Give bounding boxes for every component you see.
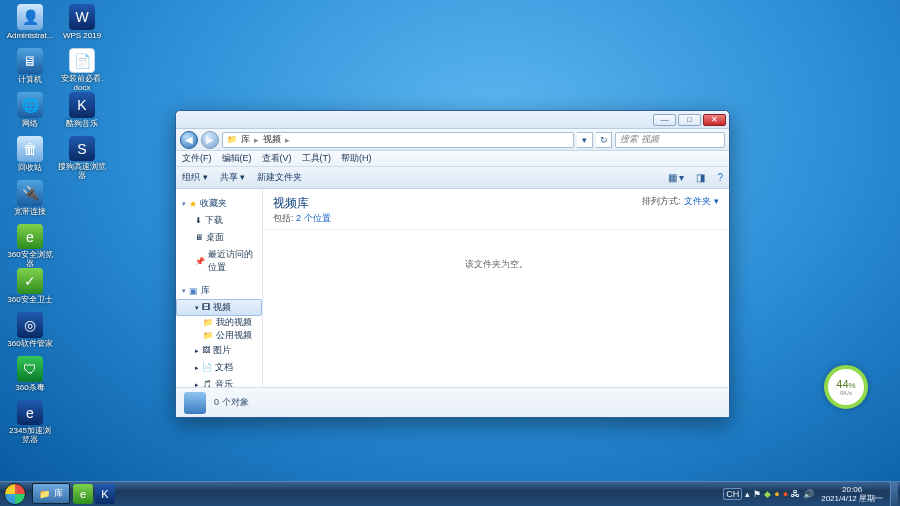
- icon-label: 计算机: [18, 75, 42, 84]
- desk-kugou[interactable]: K酷狗音乐: [56, 92, 108, 136]
- lib-videos[interactable]: ▾🎞视频: [176, 299, 262, 316]
- back-button[interactable]: ◀: [180, 131, 198, 149]
- content-pane: 视频库 包括: 2 个位置 排列方式: 文件夹 ▾ 该文件夹为空。: [263, 189, 729, 387]
- refresh-button[interactable]: ↻: [596, 132, 612, 148]
- tray-flag-icon[interactable]: ⚑: [753, 489, 761, 499]
- preview-pane-button[interactable]: ◨: [696, 172, 705, 183]
- view-mode-button[interactable]: ▦ ▾: [668, 172, 685, 183]
- icon-label: 2345加速浏 览器: [9, 426, 51, 444]
- menu-help[interactable]: 帮助(H): [341, 152, 372, 165]
- menu-view[interactable]: 查看(V): [262, 152, 292, 165]
- progress-speed: 0K/s: [840, 390, 852, 396]
- search-input[interactable]: 搜索 视频: [615, 132, 725, 148]
- app-icon: ✓: [17, 268, 43, 294]
- library-header: 视频库 包括: 2 个位置 排列方式: 文件夹 ▾: [263, 189, 729, 230]
- libraries-group[interactable]: ▾▣库: [182, 284, 262, 297]
- desk-computer[interactable]: 🖥计算机: [4, 48, 56, 92]
- taskbar: 📁库 eK CH ▴ ⚑ ◆ ● ● 🖧 🔊 20:06 2021/4/12 星…: [0, 481, 900, 506]
- desk-broadband[interactable]: 🔌宽带连接: [4, 180, 56, 224]
- desk-sogou[interactable]: S搜狗高速浏览 器: [56, 136, 108, 180]
- tray-chevron-icon[interactable]: ▴: [745, 489, 750, 499]
- tray-network-icon[interactable]: 🖧: [791, 489, 800, 499]
- progress-pct: 44: [836, 378, 848, 390]
- icon-label: 搜狗高速浏览 器: [58, 162, 106, 180]
- icon-label: 360杀毒: [15, 383, 44, 392]
- desktop: 👤Administrat...🖥计算机🌐网络🗑回收站🔌宽带连接e360安全浏览 …: [0, 0, 112, 448]
- desk-docx[interactable]: 📄安装前必看. docx: [56, 48, 108, 92]
- fav-desktop[interactable]: 🖥桌面: [176, 229, 262, 246]
- menu-edit[interactable]: 编辑(E): [222, 152, 252, 165]
- icon-label: 360安全卫士: [7, 295, 52, 304]
- app-icon: 🛡: [17, 356, 43, 382]
- icon-label: 回收站: [18, 163, 42, 172]
- tray-app-icon-1[interactable]: ●: [774, 489, 779, 499]
- desk-360av[interactable]: 🛡360杀毒: [4, 356, 56, 400]
- desk-network[interactable]: 🌐网络: [4, 92, 56, 136]
- nav-bar: ◀ ▶ 📁 库 ▸ 视频 ▸ ▾ ↻ 搜索 视频: [176, 129, 729, 151]
- address-dropdown[interactable]: ▾: [577, 132, 593, 148]
- windows-logo-icon: [4, 483, 26, 505]
- app-icon: 🗑: [17, 136, 43, 162]
- forward-button[interactable]: ▶: [201, 131, 219, 149]
- lib-pictures[interactable]: ▸🖼图片: [176, 342, 262, 359]
- fav-downloads[interactable]: ⬇下载: [176, 212, 262, 229]
- app-icon: K: [69, 92, 95, 118]
- lib-documents[interactable]: ▸📄文档: [176, 359, 262, 376]
- icon-label: 360安全浏览 器: [7, 250, 52, 268]
- arrange-by-link[interactable]: 文件夹 ▾: [684, 195, 719, 208]
- desk-360safe[interactable]: ✓360安全卫士: [4, 268, 56, 312]
- desk-admin[interactable]: 👤Administrat...: [4, 4, 56, 48]
- folder-icon: 📁: [227, 135, 237, 144]
- help-button[interactable]: ?: [717, 172, 723, 183]
- icon-label: 安装前必看. docx: [61, 74, 103, 92]
- app-icon: W: [69, 4, 95, 30]
- desk-wps[interactable]: WWPS 2019: [56, 4, 108, 48]
- clock-date: 2021/4/12 星期一: [821, 494, 883, 503]
- menu-file[interactable]: 文件(F): [182, 152, 212, 165]
- address-bar[interactable]: 📁 库 ▸ 视频 ▸: [222, 132, 574, 148]
- minimize-button[interactable]: —: [653, 114, 676, 126]
- app-icon: S: [69, 136, 95, 161]
- start-button[interactable]: [0, 481, 30, 506]
- desk-recycle[interactable]: 🗑回收站: [4, 136, 56, 180]
- tray-lang[interactable]: CH: [723, 488, 742, 500]
- show-desktop-button[interactable]: [890, 481, 898, 506]
- lib-my-videos[interactable]: 📁我的视频: [176, 316, 262, 329]
- tray-app-icon-2[interactable]: ●: [783, 489, 788, 499]
- nav-pane: ▾★收藏夹 ⬇下载 🖥桌面 📌最近访问的位置 ▾▣库 ▾🎞视频 📁我的视频 📁公…: [176, 189, 263, 387]
- explorer-window: — □ ✕ ◀ ▶ 📁 库 ▸ 视频 ▸ ▾ ↻ 搜索 视频 文件(F) 编辑(…: [175, 110, 730, 418]
- desk-360soft[interactable]: ◎360软件管家: [4, 312, 56, 356]
- lib-public-videos[interactable]: 📁公用视频: [176, 329, 262, 342]
- window-titlebar[interactable]: — □ ✕: [176, 111, 729, 129]
- share-button[interactable]: 共享 ▾: [220, 171, 246, 184]
- maximize-button[interactable]: □: [678, 114, 701, 126]
- tray-volume-icon[interactable]: 🔊: [803, 489, 814, 499]
- clock-time: 20:06: [821, 485, 883, 494]
- empty-folder-text: 该文件夹为空。: [465, 258, 528, 271]
- close-button[interactable]: ✕: [703, 114, 726, 126]
- pin-kugou[interactable]: K: [95, 484, 115, 504]
- pin-360[interactable]: e: [73, 484, 93, 504]
- library-subtitle: 包括: 2 个位置: [273, 212, 331, 225]
- library-locations-link[interactable]: 2 个位置: [296, 213, 331, 223]
- app-icon: 🔌: [17, 180, 43, 206]
- desk-2345[interactable]: e2345加速浏 览器: [4, 400, 56, 444]
- task-explorer[interactable]: 📁库: [32, 483, 70, 504]
- tray-shield-icon[interactable]: ◆: [764, 489, 771, 499]
- lib-music[interactable]: ▸🎵音乐: [176, 376, 262, 387]
- desk-360browser[interactable]: e360安全浏览 器: [4, 224, 56, 268]
- organize-button[interactable]: 组织 ▾: [182, 171, 208, 184]
- app-icon: e: [17, 400, 43, 425]
- progress-badge[interactable]: 44% 0K/s: [824, 365, 868, 409]
- app-icon: ◎: [17, 312, 43, 338]
- menu-tools[interactable]: 工具(T): [302, 152, 332, 165]
- fav-recent[interactable]: 📌最近访问的位置: [176, 246, 262, 276]
- app-icon: 👤: [17, 4, 43, 30]
- crumb-videos[interactable]: 视频: [263, 133, 281, 146]
- favorites-group[interactable]: ▾★收藏夹: [182, 197, 262, 210]
- new-folder-button[interactable]: 新建文件夹: [257, 171, 302, 184]
- status-icon: [184, 392, 206, 414]
- crumb-libraries[interactable]: 库: [241, 133, 250, 146]
- tray-clock[interactable]: 20:06 2021/4/12 星期一: [817, 485, 887, 503]
- library-title: 视频库: [273, 195, 331, 212]
